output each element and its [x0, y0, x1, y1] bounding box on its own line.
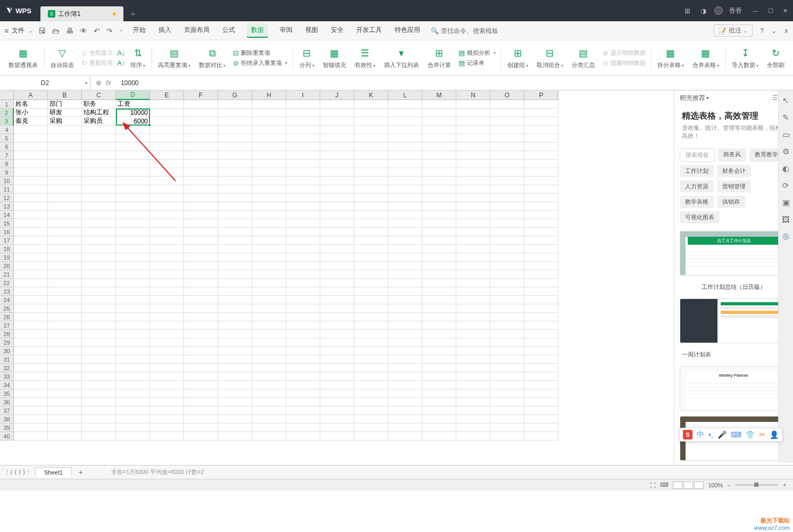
cell-K25[interactable] [354, 304, 388, 313]
cell-L12[interactable] [388, 194, 422, 202]
cell-K19[interactable] [354, 253, 388, 262]
ribbon-highlight-dup[interactable]: ▤ 高亮重复项▾ [154, 40, 195, 75]
row-header-5[interactable]: 5 [0, 134, 14, 143]
cell-G40[interactable] [218, 432, 252, 440]
cell-E38[interactable] [150, 415, 184, 423]
rail-image-icon[interactable]: 🖼 [782, 215, 790, 224]
cell-O38[interactable] [490, 415, 524, 423]
cell-B6[interactable] [48, 143, 82, 151]
cell-N11[interactable] [456, 185, 490, 194]
cell-F38[interactable] [184, 415, 218, 423]
cell-F7[interactable] [184, 151, 218, 160]
cell-G33[interactable] [218, 372, 252, 381]
cell-H7[interactable] [252, 151, 286, 160]
tag-teaching[interactable]: 教学表格 [680, 196, 714, 208]
cell-O28[interactable] [490, 330, 524, 338]
cell-D35[interactable] [116, 389, 150, 398]
row-header-10[interactable]: 10 [0, 177, 14, 185]
cell-L36[interactable] [388, 398, 422, 406]
cell-B32[interactable] [48, 364, 82, 372]
cell-N35[interactable] [456, 389, 490, 398]
cell-A21[interactable] [14, 270, 48, 279]
cell-B31[interactable] [48, 355, 82, 364]
cell-P12[interactable] [524, 194, 558, 202]
cell-D36[interactable] [116, 398, 150, 406]
cell-E25[interactable] [150, 304, 184, 313]
cell-M9[interactable] [422, 168, 456, 177]
cell-G12[interactable] [218, 194, 252, 202]
cell-A3[interactable]: 秦克 [14, 117, 48, 126]
cell-P2[interactable] [524, 109, 558, 117]
cell-I22[interactable] [286, 279, 320, 287]
cell-L29[interactable] [388, 338, 422, 347]
spreadsheet-grid[interactable]: ABCDEFGHIJKLMNOP 12345678910111213141516… [0, 90, 674, 465]
cell-P11[interactable] [524, 185, 558, 194]
cell-B16[interactable] [48, 228, 82, 236]
col-header-F[interactable]: F [184, 90, 218, 100]
cell-B26[interactable] [48, 313, 82, 321]
cell-O39[interactable] [490, 423, 524, 432]
cell-L18[interactable] [388, 245, 422, 253]
row-header-23[interactable]: 23 [0, 287, 14, 296]
cell-M11[interactable] [422, 185, 456, 194]
cell-A24[interactable] [14, 296, 48, 304]
cell-O3[interactable] [490, 117, 524, 126]
cell-P14[interactable] [524, 211, 558, 219]
cell-G26[interactable] [218, 313, 252, 321]
cell-I26[interactable] [286, 313, 320, 321]
ribbon-dropdown[interactable]: ▾ 插入下拉列表 [380, 40, 423, 75]
cell-A8[interactable] [14, 160, 48, 168]
cell-I35[interactable] [286, 389, 320, 398]
cell-J35[interactable] [320, 389, 354, 398]
redo-icon[interactable]: ↷ [106, 27, 113, 35]
cell-G30[interactable] [218, 347, 252, 355]
row-header-15[interactable]: 15 [0, 219, 14, 228]
cell-M13[interactable] [422, 202, 456, 211]
cell-P19[interactable] [524, 253, 558, 262]
cell-P3[interactable] [524, 117, 558, 126]
cell-J38[interactable] [320, 415, 354, 423]
cell-L25[interactable] [388, 304, 422, 313]
col-header-P[interactable]: P [524, 90, 558, 100]
cell-A18[interactable] [14, 245, 48, 253]
rail-gallery-icon[interactable]: ▣ [782, 198, 790, 207]
cell-F33[interactable] [184, 372, 218, 381]
ribbon-merge-table[interactable]: ▦ 合并表格▾ [688, 40, 723, 75]
cell-L14[interactable] [388, 211, 422, 219]
cell-O9[interactable] [490, 168, 524, 177]
cell-J33[interactable] [320, 372, 354, 381]
cell-K29[interactable] [354, 338, 388, 347]
rail-assets-icon[interactable]: ◎ [782, 231, 789, 241]
cell-L17[interactable] [388, 236, 422, 245]
cell-J27[interactable] [320, 321, 354, 330]
cell-L38[interactable] [388, 415, 422, 423]
row-header-11[interactable]: 11 [0, 185, 14, 194]
cell-D24[interactable] [116, 296, 150, 304]
cell-M28[interactable] [422, 330, 456, 338]
cell-I11[interactable] [286, 185, 320, 194]
cell-E30[interactable] [150, 347, 184, 355]
cell-N6[interactable] [456, 143, 490, 151]
cell-G29[interactable] [218, 338, 252, 347]
cell-I8[interactable] [286, 160, 320, 168]
cell-J39[interactable] [320, 423, 354, 432]
col-header-C[interactable]: C [82, 90, 116, 100]
cell-P20[interactable] [524, 262, 558, 270]
ribbon-refresh[interactable]: ↻ 全部刷 [763, 40, 789, 75]
cell-D11[interactable] [116, 185, 150, 194]
cell-G28[interactable] [218, 330, 252, 338]
cell-F12[interactable] [184, 194, 218, 202]
cell-B15[interactable] [48, 219, 82, 228]
cell-C21[interactable] [82, 270, 116, 279]
tab-devtools[interactable]: 开发工具 [355, 23, 383, 38]
cell-C35[interactable] [82, 389, 116, 398]
cell-M20[interactable] [422, 262, 456, 270]
cell-O12[interactable] [490, 194, 524, 202]
cell-A5[interactable] [14, 134, 48, 143]
cell-J32[interactable] [320, 364, 354, 372]
cell-M17[interactable] [422, 236, 456, 245]
cell-P17[interactable] [524, 236, 558, 245]
ribbon-smartfill[interactable]: ▦ 智能填充 [319, 40, 350, 75]
ribbon-sort[interactable]: ⇅ 排序▾ [126, 40, 149, 75]
tab-layout[interactable]: 页面布局 [183, 23, 211, 38]
